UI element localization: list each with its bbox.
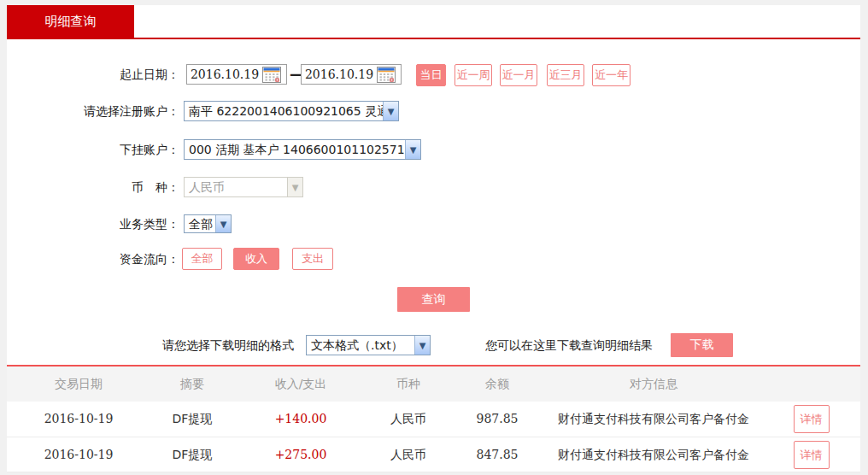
table-row: 2016-10-19 DF提现 +275.00 人民币 847.85 财付通支付… xyxy=(7,437,860,472)
business-type-label: 业务类型： xyxy=(7,214,179,234)
business-type-value: 全部 xyxy=(185,214,215,233)
quick-range-week-button[interactable]: 近一周 xyxy=(455,64,492,86)
header-balance: 余额 xyxy=(449,367,545,402)
chevron-down-icon: ▼ xyxy=(215,215,231,232)
header-summary: 摘要 xyxy=(150,367,234,402)
fund-direction-label: 资金流向： xyxy=(7,249,179,269)
register-account-value: 南平 6222001406100921065 灵通卡 xyxy=(185,102,383,120)
table-row: 2016-10-19 DF提现 +140.00 人民币 987.85 财付通支付… xyxy=(7,402,860,437)
download-hint-text: 您可以在这里下载查询明细结果 xyxy=(485,335,653,355)
cell-amount: +140.00 xyxy=(234,402,367,437)
fund-direction-all-button[interactable]: 全部 xyxy=(182,248,222,270)
query-button[interactable]: 查询 xyxy=(397,287,470,312)
end-date-field[interactable] xyxy=(301,64,402,85)
sub-account-value: 000 活期 基本户 1406600101102571848 xyxy=(185,140,405,159)
currency-select: 人民币 ▼ xyxy=(184,177,303,197)
currency-label: 币 种： xyxy=(7,177,179,197)
chevron-down-icon: ▼ xyxy=(414,336,430,355)
download-format-select[interactable]: 文本格式（.txt） ▼ xyxy=(306,335,431,355)
cell-trade-date: 2016-10-19 xyxy=(7,402,150,437)
header-currency: 币种 xyxy=(367,367,449,402)
date-range-label: 起止日期： xyxy=(7,64,179,85)
start-date-field[interactable] xyxy=(186,64,287,85)
end-date-input[interactable] xyxy=(302,66,377,83)
header-counterparty: 对方信息 xyxy=(545,367,762,402)
tab-underline xyxy=(7,38,860,39)
cell-currency: 人民币 xyxy=(367,437,449,472)
cell-summary: DF提现 xyxy=(150,437,234,472)
business-type-select[interactable]: 全部 ▼ xyxy=(184,214,232,233)
register-account-label: 请选择注册账户： xyxy=(7,101,179,121)
register-account-select[interactable]: 南平 6222001406100921065 灵通卡 ▼ xyxy=(184,101,399,121)
currency-value: 人民币 xyxy=(185,178,287,196)
table-header-row: 交易日期 摘要 收入/支出 币种 余额 对方信息 xyxy=(7,367,860,402)
quick-range-3month-button[interactable]: 近三月 xyxy=(547,64,584,86)
cell-currency: 人民币 xyxy=(367,402,449,437)
cell-summary: DF提现 xyxy=(150,402,234,437)
chevron-down-icon: ▼ xyxy=(383,102,398,120)
download-format-value: 文本格式（.txt） xyxy=(307,336,414,355)
fund-direction-expense-button[interactable]: 支出 xyxy=(292,248,333,270)
download-format-label: 请您选择下载明细的格式 xyxy=(162,335,294,355)
quick-range-today-button[interactable]: 当日 xyxy=(416,64,446,86)
cell-balance: 847.85 xyxy=(449,437,545,472)
download-button[interactable]: 下载 xyxy=(671,333,733,357)
header-actions xyxy=(762,367,860,402)
quick-range-year-button[interactable]: 近一年 xyxy=(592,64,630,86)
content-panel: 明细查询 起止日期： — xyxy=(7,5,860,472)
cell-trade-date: 2016-10-19 xyxy=(7,437,150,472)
cell-balance: 987.85 xyxy=(449,402,545,437)
start-date-input[interactable] xyxy=(187,66,262,83)
cell-counterparty: 财付通支付科技有限公司客户备付金 xyxy=(545,402,762,437)
quick-range-month-button[interactable]: 近一月 xyxy=(500,64,537,86)
calendar-icon[interactable] xyxy=(262,67,281,83)
sub-account-select[interactable]: 000 活期 基本户 1406600101102571848 ▼ xyxy=(184,139,421,160)
header-trade-date: 交易日期 xyxy=(7,367,150,402)
header-income-expense: 收入/支出 xyxy=(234,367,367,402)
cell-amount: +275.00 xyxy=(234,437,367,472)
tab-detail-query[interactable]: 明细查询 xyxy=(7,5,134,38)
fund-direction-income-button[interactable]: 收入 xyxy=(233,248,279,270)
chevron-down-icon: ▼ xyxy=(405,140,420,159)
sub-account-label: 下挂账户： xyxy=(7,139,179,160)
detail-button[interactable]: 详情 xyxy=(794,441,830,469)
cell-counterparty: 财付通支付科技有限公司客户备付金 xyxy=(545,437,762,472)
calendar-icon[interactable] xyxy=(377,67,396,83)
detail-button[interactable]: 详情 xyxy=(794,405,830,433)
chevron-down-icon: ▼ xyxy=(287,178,302,196)
